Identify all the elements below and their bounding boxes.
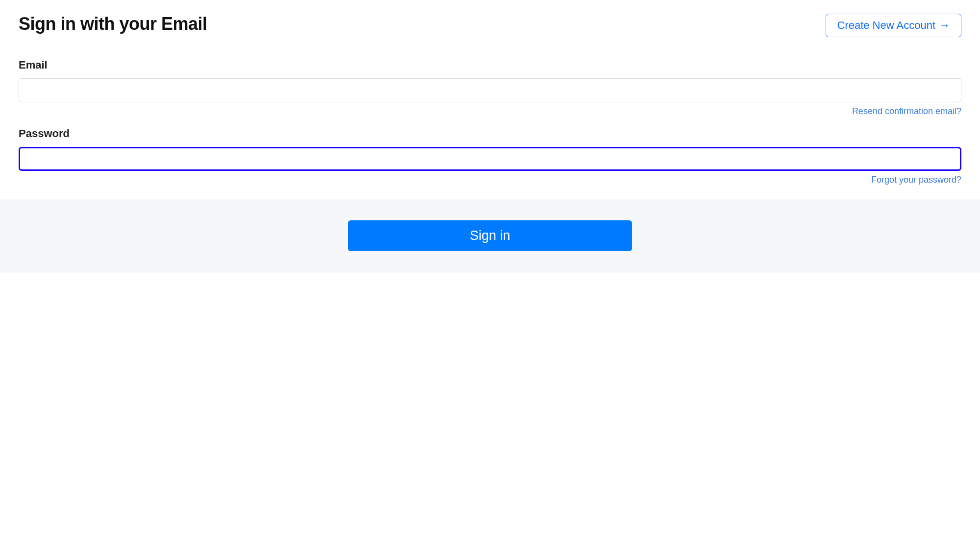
forgot-password-link[interactable]: Forgot your password?	[871, 175, 961, 185]
password-helper-row: Forgot your password?	[19, 175, 961, 185]
password-field[interactable]	[19, 147, 961, 171]
password-label: Password	[19, 127, 961, 140]
footer-bar: Sign in	[0, 199, 980, 273]
header-row: Sign in with your Email Create New Accou…	[0, 0, 980, 37]
signin-button[interactable]: Sign in	[348, 220, 632, 251]
email-field[interactable]	[19, 78, 961, 102]
email-helper-row: Resend confirmation email?	[19, 106, 961, 117]
email-label: Email	[19, 59, 961, 71]
page-title: Sign in with your Email	[19, 14, 207, 34]
password-group: Password Forgot your password?	[19, 127, 961, 185]
create-account-label: Create New Account	[837, 19, 935, 32]
signin-form: Email Resend confirmation email? Passwor…	[0, 59, 980, 185]
resend-confirmation-link[interactable]: Resend confirmation email?	[852, 106, 961, 116]
create-account-button[interactable]: Create New Account →	[826, 14, 961, 37]
arrow-right-icon: →	[939, 20, 950, 31]
email-group: Email Resend confirmation email?	[19, 59, 961, 117]
signin-page: Sign in with your Email Create New Accou…	[0, 0, 980, 273]
